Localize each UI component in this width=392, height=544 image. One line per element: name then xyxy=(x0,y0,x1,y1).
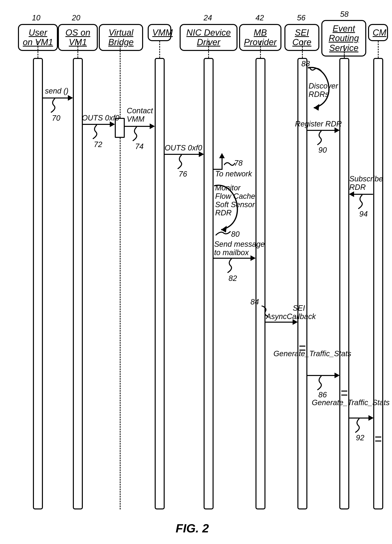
msg-78-label: To network xyxy=(215,170,252,178)
activation-mb xyxy=(255,58,265,509)
msg-94-ref: 94 xyxy=(359,210,368,218)
msg-80-ref: 80 xyxy=(231,230,240,238)
squiggle-78 xyxy=(224,161,236,169)
lifeline-sei xyxy=(302,41,303,58)
msg-84-ref: 84 xyxy=(250,298,259,306)
lifeline-os xyxy=(77,41,78,58)
arrow-94-head xyxy=(349,191,354,197)
squiggle-76 xyxy=(176,155,188,171)
lane-vb-label: Virtual Bridge xyxy=(108,28,133,47)
msg-92-label: Generate_Traffic_Stats xyxy=(311,399,390,407)
squiggle-80 xyxy=(216,229,231,237)
activation-user xyxy=(33,58,43,509)
msg-88-ref: 88 xyxy=(301,59,310,68)
lifeline-ers xyxy=(344,45,345,58)
arrow-74-head xyxy=(150,124,155,129)
msg-80-label: Monitor Flow Cache Soft Sensor RDR xyxy=(215,184,255,217)
lane-ers-ref: 58 xyxy=(340,10,348,18)
lane-cm: CM xyxy=(368,24,388,41)
msg-90-ref: 90 xyxy=(318,146,327,154)
lifeline-vb-below xyxy=(120,138,121,509)
msg-90-label: Register RDR xyxy=(295,120,342,128)
sequence-diagram: User on VM1 10 OS on VM1 20 Virtual Brid… xyxy=(16,10,375,520)
squiggle-90 xyxy=(315,131,327,147)
tick-86-dst-b xyxy=(341,395,347,396)
activation-nic xyxy=(204,58,213,509)
lane-user-ref: 10 xyxy=(32,14,40,22)
lifeline-vb xyxy=(120,41,121,118)
msg-82-label: Send message to mailbox xyxy=(214,240,265,257)
msg-74-ref: 74 xyxy=(135,142,144,151)
msg-70-ref: 70 xyxy=(52,114,60,123)
arrow-90-head xyxy=(334,127,340,133)
squiggle-88 xyxy=(309,65,323,73)
lifeline-vmm xyxy=(159,41,160,58)
lifeline-mb xyxy=(260,41,261,58)
lane-vmm: VMM xyxy=(148,24,171,41)
lane-vb: Virtual Bridge xyxy=(99,24,143,51)
msg-84-label: SEI AsyncCallback xyxy=(266,304,305,321)
tick-92-a xyxy=(375,437,381,438)
lane-mb-ref: 42 xyxy=(255,14,264,22)
squiggle-92 xyxy=(353,419,365,435)
squiggle-84 xyxy=(259,306,270,318)
lane-sei-ref: 56 xyxy=(297,14,305,22)
activation-os xyxy=(73,58,83,509)
msg-76-ref: 76 xyxy=(179,170,187,178)
lane-cm-label: CM xyxy=(373,28,386,37)
activation-vmm xyxy=(155,58,165,509)
squiggle-94 xyxy=(356,195,368,211)
msg-70-label: send () xyxy=(45,87,69,95)
msg-74-label: Contact VMM xyxy=(127,107,153,124)
tick-92-b xyxy=(375,441,381,442)
lane-os-ref: 20 xyxy=(72,14,80,22)
arrow-86-head xyxy=(334,373,340,378)
msg-94-label: Subscribe RDR xyxy=(349,175,383,192)
msg-72-label: OUTS 0xf0 xyxy=(82,114,119,122)
arrow-92-head xyxy=(369,415,374,421)
arrow-72-head xyxy=(110,121,115,127)
figure-caption: FIG. 2 xyxy=(176,521,209,535)
squiggle-72 xyxy=(91,125,103,141)
msg-82-ref: 82 xyxy=(229,274,237,283)
msg-76-label: OUTS 0xf0 xyxy=(165,144,202,152)
msg-92-ref: 92 xyxy=(356,433,364,442)
msg-72-ref: 72 xyxy=(94,140,102,149)
lifeline-user xyxy=(38,41,38,58)
tick-86-src-a xyxy=(299,346,305,347)
msg-86-label: Generate_Traffic_Stats xyxy=(272,350,351,358)
msg-88-label: Discover RDRs xyxy=(309,82,338,99)
squiggle-74 xyxy=(131,127,143,143)
squiggle-82 xyxy=(225,259,237,275)
arrow-78-head xyxy=(219,153,225,158)
lane-vmm-label: VMM xyxy=(152,28,173,37)
arrow-70-head xyxy=(68,95,73,101)
activation-cm xyxy=(373,58,383,509)
lane-nic-ref: 24 xyxy=(204,14,212,22)
arrow-76-head xyxy=(199,151,204,157)
arrow-78-stem xyxy=(222,158,223,169)
squiggle-86 xyxy=(315,376,327,392)
tick-86-dst-a xyxy=(341,390,347,391)
lifeline-nic xyxy=(208,41,209,58)
lifeline-cm xyxy=(378,41,379,58)
arrow-84 xyxy=(265,322,294,323)
squiggle-70 xyxy=(49,99,61,114)
msg-86-ref: 86 xyxy=(318,390,327,399)
